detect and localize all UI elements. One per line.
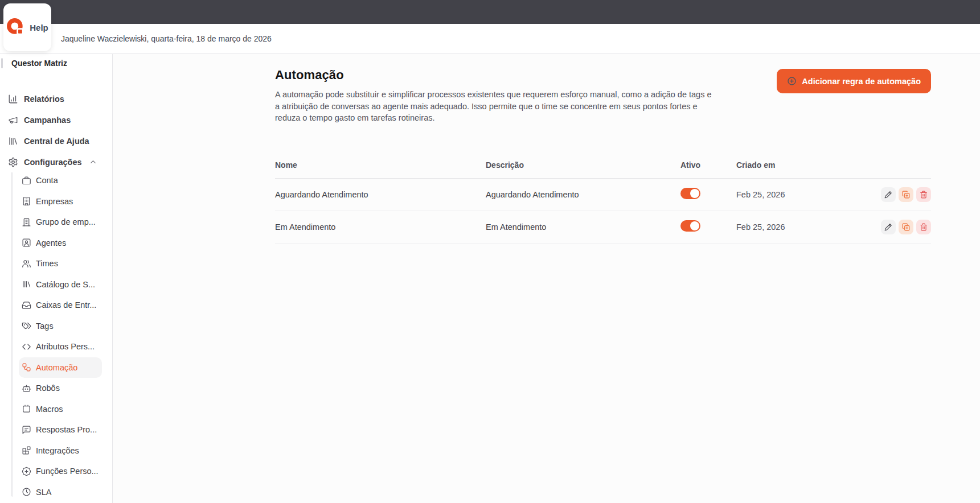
sidebar-item-label: Funções Perso... bbox=[36, 467, 99, 476]
macro-icon bbox=[22, 404, 31, 414]
sidebar-item-label: Empresas bbox=[36, 197, 73, 206]
account-name: Questor Matriz bbox=[11, 59, 67, 68]
pencil-icon bbox=[884, 223, 892, 231]
table-row: Em AtendimentoEm AtendimentoFeb 25, 2026 bbox=[275, 211, 931, 244]
column-header-descricao: Descrição bbox=[486, 160, 680, 170]
gear-icon bbox=[8, 157, 18, 167]
cell-description: Aguardando Atendimento bbox=[486, 190, 680, 199]
delete-button[interactable] bbox=[916, 187, 931, 202]
sidebar-item-catalogo-de-s[interactable]: Catálogo de S... bbox=[19, 274, 102, 295]
sidebar-item-sla[interactable]: SLA bbox=[19, 482, 102, 503]
sidebar-item-label: Times bbox=[36, 259, 58, 268]
sidebar-item-label: Central de Ajuda bbox=[24, 137, 89, 146]
cell-name: Em Atendimento bbox=[275, 222, 486, 232]
active-toggle[interactable] bbox=[680, 220, 700, 232]
sidebar-item-automacao[interactable]: Automação bbox=[19, 357, 102, 378]
page-description: A automação pode substituir e simplifica… bbox=[275, 89, 718, 124]
column-header-ativo: Ativo bbox=[680, 160, 736, 170]
sidebar-item-label: Macros bbox=[36, 405, 63, 414]
sidebar-item-label: Integrações bbox=[36, 446, 79, 455]
sidebar-item-campanhas[interactable]: Campanhas bbox=[0, 109, 112, 130]
help-center-icon bbox=[8, 136, 18, 146]
buildings-icon bbox=[22, 217, 31, 227]
cell-created-at: Feb 25, 2026 bbox=[736, 222, 867, 232]
cell-created-at: Feb 25, 2026 bbox=[736, 190, 867, 199]
sidebar-item-funcoes-perso[interactable]: Funções Perso... bbox=[19, 461, 102, 482]
sidebar-item-agentes[interactable]: Agentes bbox=[19, 233, 102, 254]
sidebar-item-respostas-pro[interactable]: Respostas Pro... bbox=[19, 419, 102, 440]
sidebar-item-label: Caixas de Entr... bbox=[36, 300, 96, 310]
plus-circle-icon bbox=[787, 76, 797, 86]
edit-button[interactable] bbox=[881, 220, 896, 234]
delete-button[interactable] bbox=[916, 220, 931, 234]
users-icon bbox=[22, 259, 31, 269]
main-content: Automação Adicionar regra de automação A… bbox=[113, 54, 980, 503]
sidebar-item-label: Conta bbox=[36, 176, 58, 185]
trash-icon bbox=[920, 223, 928, 231]
app-logo[interactable]: Help bbox=[3, 3, 51, 51]
sidebar-item-tags[interactable]: Tags bbox=[19, 316, 102, 337]
sidebar-item-label: SLA bbox=[36, 488, 51, 497]
chevron-up-icon bbox=[89, 158, 97, 166]
pencil-icon bbox=[884, 191, 892, 199]
brand-help-label: Help bbox=[30, 23, 48, 32]
sidebar-item-empresas[interactable]: Empresas bbox=[19, 191, 102, 212]
cell-description: Em Atendimento bbox=[486, 222, 680, 232]
sidebar-item-label: Agentes bbox=[36, 238, 66, 248]
inbox-icon bbox=[22, 300, 31, 310]
copy-plus-icon bbox=[902, 223, 910, 231]
sidebar-top-nav: RelatóriosCampanhasCentral de AjudaConfi… bbox=[0, 88, 112, 172]
column-header-nome: Nome bbox=[275, 160, 486, 170]
sidebar-settings-nav: ContaEmpresasGrupo de emp...AgentesTimes… bbox=[17, 170, 112, 502]
blocks-icon bbox=[22, 446, 31, 455]
cell-name: Aguardando Atendimento bbox=[275, 190, 486, 199]
sidebar-item-grupo-de-emp[interactable]: Grupo de emp... bbox=[19, 212, 102, 233]
sidebar-item-conta[interactable]: Conta bbox=[19, 170, 102, 191]
code-icon bbox=[22, 342, 31, 352]
sidebar-item-times[interactable]: Times bbox=[19, 253, 102, 274]
sidebar-item-integracoes[interactable]: Integrações bbox=[19, 440, 102, 461]
sidebar-item-label: Atributos Pers... bbox=[36, 342, 95, 351]
trash-icon bbox=[920, 191, 928, 199]
user-date-line: Jaqueline Waczielewiski, quarta-feira, 1… bbox=[61, 34, 272, 43]
copy-button[interactable] bbox=[899, 187, 913, 202]
table-header-row: Nome Descrição Ativo Criado em bbox=[275, 146, 931, 179]
column-header-criado-em: Criado em bbox=[736, 160, 867, 170]
sidebar-item-central-de-ajuda[interactable]: Central de Ajuda bbox=[0, 130, 112, 151]
questor-logo-icon bbox=[6, 18, 26, 37]
bot-icon bbox=[22, 384, 31, 393]
chat-text-icon bbox=[22, 425, 31, 435]
clock-icon bbox=[22, 487, 31, 497]
workflow-icon bbox=[22, 362, 31, 372]
table-row: Aguardando AtendimentoAguardando Atendim… bbox=[275, 179, 931, 211]
badge-plus-icon bbox=[22, 467, 31, 476]
sidebar-item-atributos-pers[interactable]: Atributos Pers... bbox=[19, 336, 102, 357]
building-icon bbox=[22, 196, 31, 206]
agent-badge-icon bbox=[22, 238, 31, 248]
edit-button[interactable] bbox=[881, 187, 896, 202]
copy-plus-icon bbox=[902, 191, 910, 199]
add-button-label: Adicionar regra de automação bbox=[802, 77, 921, 86]
sidebar-item-relatorios[interactable]: Relatórios bbox=[0, 88, 112, 109]
sidebar-item-label: Relatórios bbox=[24, 94, 64, 104]
scroll-indicator[interactable] bbox=[1, 58, 3, 68]
sidebar-item-label: Configurações bbox=[24, 158, 82, 167]
sidebar-item-label: Automação bbox=[36, 363, 77, 372]
sidebar-item-label: Robôs bbox=[36, 384, 60, 393]
megaphone-icon bbox=[8, 115, 18, 125]
sidebar-item-configuracoes[interactable]: Configurações bbox=[0, 151, 112, 172]
sidebar-item-macros[interactable]: Macros bbox=[19, 399, 102, 420]
sidebar-item-caixas-de-entr[interactable]: Caixas de Entr... bbox=[19, 295, 102, 316]
automation-table: Nome Descrição Ativo Criado em Aguardand… bbox=[275, 146, 931, 244]
active-toggle[interactable] bbox=[680, 188, 700, 199]
briefcase-icon bbox=[22, 176, 31, 185]
add-automation-rule-button[interactable]: Adicionar regra de automação bbox=[777, 69, 931, 93]
sidebar-item-label: Respostas Pro... bbox=[36, 425, 97, 434]
chart-icon bbox=[8, 94, 18, 104]
catalog-icon bbox=[22, 279, 31, 289]
top-bar bbox=[0, 0, 980, 24]
sidebar: Questor Matriz RelatóriosCampanhasCentra… bbox=[0, 54, 113, 503]
sidebar-item-robos[interactable]: Robôs bbox=[19, 378, 102, 399]
copy-button[interactable] bbox=[899, 220, 913, 234]
sidebar-item-label: Campanhas bbox=[24, 116, 71, 125]
